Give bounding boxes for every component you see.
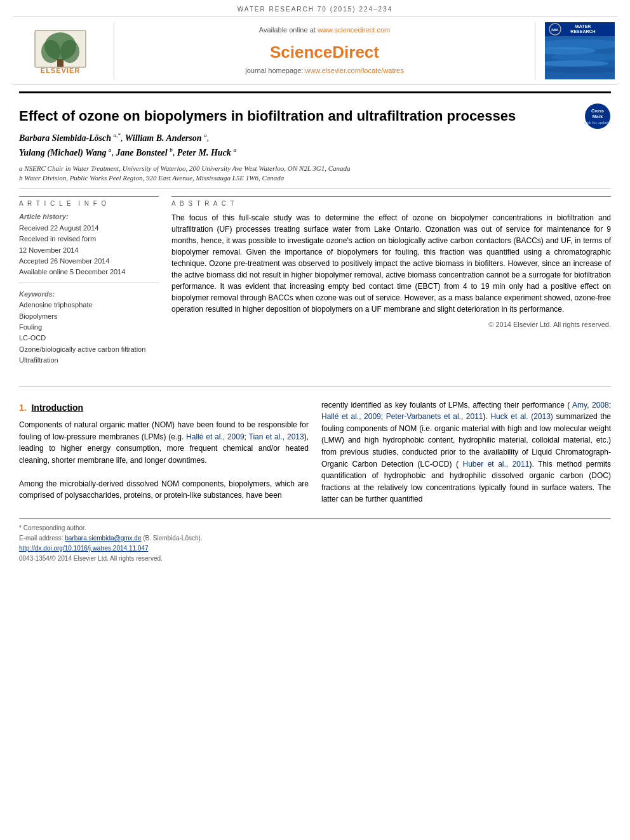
thin-divider-2 <box>19 283 159 283</box>
article-info-abstract: A R T I C L E I N F O Article history: R… <box>19 196 611 366</box>
crossmark-icon: Cross Mark click for updates <box>584 103 611 130</box>
keyword-3: Fouling <box>19 323 159 332</box>
keyword-5: Ozone/biologically active carbon filtrat… <box>19 345 159 354</box>
sciencedirect-url[interactable]: www.sciencedirect.com <box>318 26 390 34</box>
journal-homepage-link[interactable]: www.elsevier.com/locate/watres <box>305 67 403 74</box>
svg-text:IWA: IWA <box>551 28 559 32</box>
section1-para1: Components of natural organic matter (NO… <box>19 419 309 466</box>
received-revised-date: 12 November 2014 <box>19 246 159 255</box>
section-number: 1. <box>19 403 27 413</box>
content-divider <box>19 386 611 387</box>
elsevier-logo: ELSEVIER <box>32 27 89 75</box>
affiliation-a: a NSERC Chair in Water Treatment, Univer… <box>19 164 611 173</box>
email-note: E-mail address: barbara.siembida@gmx.de … <box>19 534 611 543</box>
keywords-label: Keywords: <box>19 290 159 299</box>
svg-rect-4 <box>57 59 64 67</box>
publisher-strip: ELSEVIER Available online at www.science… <box>13 17 617 85</box>
authors-line: Barbara Siembida-Lösch a,*, William B. A… <box>19 131 611 160</box>
affiliations: a NSERC Chair in Water Treatment, Univer… <box>19 164 611 183</box>
ref-halle-et-al-2009[interactable]: Hallé et al., 2009 <box>321 412 381 421</box>
author-jane: Jane Bonsteel <box>116 147 167 157</box>
author-peter: Peter M. Huck <box>177 147 231 157</box>
svg-text:Mark: Mark <box>593 114 603 119</box>
doi-note: http://dx.doi.org/10.1016/j.watres.2014.… <box>19 544 611 553</box>
abstract-heading: A B S T R A C T <box>171 199 611 208</box>
svg-text:Cross: Cross <box>591 109 604 113</box>
ref-tian-2013[interactable]: Tian et al., 2013 <box>249 432 304 441</box>
article-info-col: A R T I C L E I N F O Article history: R… <box>19 196 159 366</box>
svg-text:WATER: WATER <box>575 24 591 29</box>
elsevier-tree-icon: ELSEVIER <box>32 27 89 75</box>
journal-header: WATER RESEARCH 70 (2015) 224–234 <box>0 0 630 17</box>
ref-amy-2008[interactable]: Amy, 2008 <box>572 401 609 410</box>
abstract-text: The focus of this full-scale study was t… <box>171 212 611 315</box>
article-footer: * Corresponding author. E-mail address: … <box>19 518 611 563</box>
history-label: Article history: <box>19 212 159 222</box>
affiliation-b: b Water Division, Public Works Peel Regi… <box>19 173 611 183</box>
received-revised-label: Received in revised form <box>19 234 159 244</box>
article-title: Effect of ozone on biopolymers in biofil… <box>19 107 611 126</box>
section1-title: 1. Introduction <box>19 402 309 415</box>
issn-note: 0043-1354/© 2014 Elsevier Ltd. All right… <box>19 554 611 563</box>
svg-text:RESEARCH: RESEARCH <box>570 29 595 34</box>
article-content: Cross Mark click for updates Effect of o… <box>19 93 611 373</box>
author-yulang-affil: a <box>109 147 112 153</box>
ref-peter-varbanets[interactable]: Peter-Varbanets et al., 2011 <box>386 412 483 421</box>
journal-homepage: journal homepage: www.elsevier.com/locat… <box>245 66 403 76</box>
author-barbara-affil: a,* <box>114 132 121 138</box>
water-research-logo-box: IWA WATER RESEARCH <box>535 22 617 79</box>
water-research-logo-icon: IWA WATER RESEARCH <box>545 22 615 79</box>
center-header: Available online at www.sciencedirect.co… <box>114 22 535 79</box>
author-peter-affil: a <box>233 147 236 153</box>
svg-point-17 <box>545 67 615 73</box>
keyword-2: Biopolymers <box>19 312 159 321</box>
ref-huber-2011[interactable]: Huber et al., 2011 <box>463 460 530 469</box>
copyright-line: © 2014 Elsevier Ltd. All rights reserved… <box>171 320 611 330</box>
elsevier-logo-box: ELSEVIER <box>13 22 114 79</box>
section-title-text: Introduction <box>31 403 83 413</box>
keywords-section: Keywords: Adenosine triphosphate Biopoly… <box>19 290 159 366</box>
corresponding-author-note: * Corresponding author. <box>19 524 611 533</box>
available-online-date: Available online 5 December 2014 <box>19 267 159 277</box>
doi-link[interactable]: http://dx.doi.org/10.1016/j.watres.2014.… <box>19 545 148 552</box>
author-william-affil: a <box>204 132 207 138</box>
received-1: Received 22 August 2014 <box>19 223 159 233</box>
thin-divider-1 <box>19 188 611 189</box>
svg-text:ELSEVIER: ELSEVIER <box>40 67 79 74</box>
body-right-col: recently identified as key foulants of L… <box>321 399 611 505</box>
email-link[interactable]: barbara.siembida@gmx.de <box>65 535 141 542</box>
article-info-section: A R T I C L E I N F O <box>19 196 159 208</box>
accepted-date: Accepted 26 November 2014 <box>19 257 159 266</box>
section1-para2: Among the microbially-derived dissolved … <box>19 478 309 502</box>
ref-halle-2009[interactable]: Hallé et al., 2009 <box>186 432 245 441</box>
abstract-section: A B S T R A C T <box>171 196 611 208</box>
keyword-1: Adenosine triphosphate <box>19 300 159 310</box>
abstract-col: A B S T R A C T The focus of this full-s… <box>171 196 611 366</box>
available-online-text: Available online at www.sciencedirect.co… <box>259 25 390 35</box>
section1-right-para1: recently identified as key foulants of L… <box>321 399 611 505</box>
article-body: 1. Introduction Components of natural or… <box>19 399 611 505</box>
svg-text:click for updates: click for updates <box>584 121 611 124</box>
ref-huck-2013[interactable]: Huck et al. (2013) <box>490 412 553 421</box>
keyword-4: LC-OCD <box>19 333 159 343</box>
article-info-heading: A R T I C L E I N F O <box>19 199 159 208</box>
sciencedirect-brand: ScienceDirect <box>270 41 379 63</box>
author-william: William B. Anderson <box>125 133 202 142</box>
keyword-6: Ultrafiltration <box>19 356 159 365</box>
crossmark-badge[interactable]: Cross Mark click for updates <box>584 103 611 133</box>
author-jane-affil: b <box>170 147 173 153</box>
author-yulang: Yulang (Michael) Wang <box>19 147 106 157</box>
body-left-col: 1. Introduction Components of natural or… <box>19 399 309 505</box>
author-barbara: Barbara Siembida-Lösch <box>19 133 111 142</box>
